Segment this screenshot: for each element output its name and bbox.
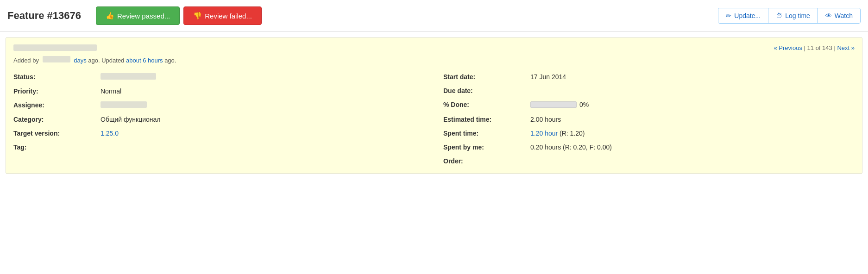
category-value: Общий функционал — [101, 115, 425, 124]
hours-link[interactable]: about 6 hours — [126, 57, 163, 64]
fields-grid: Status: Priority: Normal Assignee: Categ… — [13, 72, 855, 166]
fields-right: Start date: 17 Jun 2014 Due date: % Done… — [443, 72, 855, 166]
pencil-icon: ✏ — [726, 12, 731, 19]
days-link[interactable]: days — [74, 57, 86, 64]
next-link[interactable]: Next » — [837, 44, 855, 51]
order-label: Order: — [443, 156, 527, 166]
toolbar-actions: ✏ Update... ⏱ Log time 👁 Watch — [718, 8, 861, 24]
assignee-label: Assignee: — [13, 100, 97, 110]
target-version-link[interactable]: 1.25.0 — [101, 130, 119, 137]
pagination: « Previous | 11 of 143 | Next » — [774, 44, 855, 51]
progress-container: 0% — [530, 101, 589, 108]
content-header: « Previous | 11 of 143 | Next » — [13, 44, 855, 52]
clock-icon: ⏱ — [776, 12, 782, 19]
priority-label: Priority: — [13, 87, 97, 96]
page-header: Feature #13676 👍 Review passed... 👎 Revi… — [0, 0, 868, 32]
review-failed-button[interactable]: 👎 Review failed... — [183, 6, 262, 25]
due-date-value — [530, 86, 855, 95]
issue-detail-panel: « Previous | 11 of 143 | Next » Added by… — [6, 37, 862, 174]
category-label: Category: — [13, 115, 97, 124]
estimated-time-label: Estimated time: — [443, 115, 527, 124]
assignee-blurred — [101, 101, 147, 108]
tag-label: Tag: — [13, 143, 97, 152]
priority-value: Normal — [101, 87, 425, 96]
spent-by-me-value: 0.20 hours (R: 0.20, F: 0.00) — [530, 143, 855, 152]
start-date-label: Start date: — [443, 72, 527, 81]
estimated-time-value: 2.00 hours — [530, 115, 855, 124]
page-title: Feature #13676 — [7, 10, 81, 22]
progress-pct-text: 0% — [579, 101, 589, 108]
log-time-button[interactable]: ⏱ Log time — [768, 8, 818, 23]
author-name-blurred — [13, 44, 97, 51]
thumbs-down-icon: 👎 — [193, 12, 202, 20]
status-value — [101, 72, 425, 82]
target-version-value: 1.25.0 — [101, 129, 425, 138]
spent-time-label: Spent time: — [443, 129, 527, 138]
start-date-value: 17 Jun 2014 — [530, 72, 855, 81]
order-value — [530, 156, 855, 166]
spent-time-value: 1.20 hour (R: 1.20) — [530, 129, 855, 138]
watch-button[interactable]: 👁 Watch — [818, 8, 860, 23]
review-actions: 👍 Review passed... 👎 Review failed... — [96, 6, 262, 25]
progress-bar — [530, 101, 577, 108]
pagination-position: 11 of 143 — [807, 44, 832, 51]
percent-done-label: % Done: — [443, 100, 527, 110]
target-version-label: Target version: — [13, 129, 97, 138]
status-blurred — [101, 73, 156, 80]
spent-time-link[interactable]: 1.20 hour — [530, 130, 558, 137]
previous-link[interactable]: « Previous — [774, 44, 802, 51]
fields-left: Status: Priority: Normal Assignee: Categ… — [13, 72, 425, 166]
eye-icon: 👁 — [825, 12, 832, 19]
tag-value — [101, 143, 425, 152]
update-button[interactable]: ✏ Update... — [718, 8, 768, 23]
thumbs-up-icon: 👍 — [106, 12, 114, 20]
added-by-line: Added by days ago. Updated about 6 hours… — [13, 56, 855, 64]
review-passed-button[interactable]: 👍 Review passed... — [96, 6, 180, 25]
percent-done-value: 0% — [530, 100, 855, 110]
assignee-value — [101, 100, 425, 110]
spent-by-me-label: Spent by me: — [443, 143, 527, 152]
author-avatar-area — [13, 44, 97, 52]
added-by-name-blurred — [43, 56, 70, 62]
status-label: Status: — [13, 72, 97, 82]
due-date-label: Due date: — [443, 86, 527, 95]
